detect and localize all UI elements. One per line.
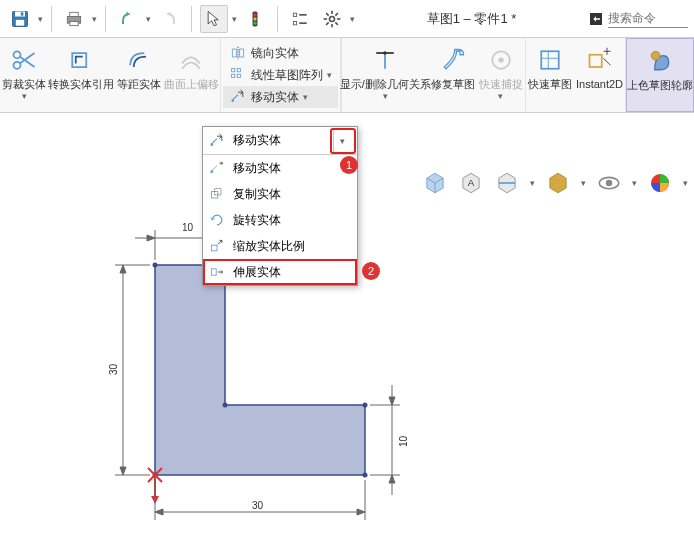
- dim-right-value[interactable]: 10: [398, 436, 409, 447]
- dropdown-item-rotate[interactable]: 旋转实体: [203, 207, 357, 233]
- svg-line-20: [326, 13, 329, 16]
- svg-point-44: [651, 51, 660, 60]
- dropdown-item-scale[interactable]: 缩放实体比例: [203, 233, 357, 259]
- callout-number-1: 1: [340, 156, 358, 174]
- svg-rect-41: [589, 55, 601, 67]
- view-display-icon[interactable]: [545, 170, 571, 196]
- snap-button: 快速捕捉▾: [477, 38, 525, 112]
- svg-rect-11: [293, 13, 296, 16]
- svg-line-23: [335, 13, 338, 16]
- repair-button[interactable]: 修复草图: [429, 38, 477, 112]
- dropdown-item-copy[interactable]: 复制实体: [203, 181, 357, 207]
- view-appearance-icon[interactable]: [647, 170, 673, 196]
- trim-button[interactable]: 剪裁实体▾: [0, 38, 48, 112]
- mirror-button[interactable]: 镜向实体: [223, 42, 338, 64]
- svg-rect-32: [231, 74, 234, 77]
- view-section-icon[interactable]: [494, 170, 520, 196]
- search-box[interactable]: [588, 9, 688, 28]
- redo-button[interactable]: [155, 5, 183, 33]
- svg-rect-33: [237, 74, 240, 77]
- svg-point-57: [223, 403, 228, 408]
- svg-rect-40: [541, 51, 559, 69]
- rapid-sketch-button[interactable]: 快速草图: [526, 38, 574, 112]
- svg-rect-2: [16, 19, 24, 25]
- svg-rect-45: [211, 143, 213, 145]
- convert-button[interactable]: 转换实体引用: [48, 38, 114, 112]
- dropdown-item-move[interactable]: 移动实体: [203, 155, 357, 181]
- svg-point-39: [498, 57, 503, 62]
- dropdown-item-stretch[interactable]: 伸展实体: [203, 259, 357, 285]
- view-cube-icon[interactable]: [422, 170, 448, 196]
- svg-line-21: [335, 22, 338, 25]
- svg-rect-3: [21, 12, 24, 15]
- pattern-button[interactable]: 线性草图阵列▾: [223, 64, 338, 86]
- dim-height[interactable]: [115, 265, 150, 475]
- svg-rect-49: [211, 245, 217, 251]
- surface-offset-button: 曲面上偏移: [163, 38, 220, 112]
- svg-rect-50: [211, 269, 216, 275]
- svg-point-9: [253, 17, 256, 20]
- move-button[interactable]: 移动实体▾: [223, 86, 338, 108]
- dim-height-value[interactable]: 30: [108, 364, 119, 375]
- list-button[interactable]: [286, 5, 314, 33]
- select-button[interactable]: [200, 5, 228, 33]
- svg-rect-5: [70, 12, 78, 16]
- dim-right[interactable]: [370, 385, 400, 495]
- quick-access-toolbar: ▾ ▾ ▾ ▾ ▾ 草图1 – 零件1 *: [0, 0, 694, 38]
- shade-contour-button[interactable]: 上色草图轮廓: [626, 38, 694, 112]
- dim-width-value[interactable]: 30: [252, 500, 263, 511]
- search-input[interactable]: [608, 9, 688, 28]
- document-title: 草图1 – 零件1 *: [427, 10, 517, 28]
- svg-rect-31: [237, 69, 240, 72]
- svg-point-59: [363, 473, 368, 478]
- svg-text:A: A: [468, 177, 475, 188]
- svg-point-15: [330, 16, 335, 21]
- save-button[interactable]: [6, 5, 34, 33]
- undo-button[interactable]: [114, 5, 142, 33]
- svg-rect-30: [231, 69, 234, 72]
- svg-point-55: [153, 263, 158, 268]
- view-toolbar: A ▾ ▾ ▾ ▾: [422, 170, 688, 196]
- svg-rect-6: [70, 21, 78, 25]
- view-text-icon[interactable]: A: [458, 170, 484, 196]
- callout-box-1: [330, 128, 356, 154]
- svg-point-58: [363, 403, 368, 408]
- l-shape[interactable]: [155, 265, 365, 475]
- settings-button[interactable]: [318, 5, 346, 33]
- traffic-light-icon[interactable]: [241, 5, 269, 33]
- callout-number-2: 2: [362, 262, 380, 280]
- ribbon-toolbar: 剪裁实体▾ 转换实体引用 等距实体 曲面上偏移 镜向实体 线性草图阵列▾ 移动实…: [0, 38, 694, 113]
- instant2d-button[interactable]: Instant2D: [574, 38, 625, 112]
- svg-point-53: [606, 180, 613, 187]
- svg-rect-1: [15, 11, 25, 16]
- view-hide-icon[interactable]: [596, 170, 622, 196]
- svg-point-10: [253, 21, 256, 24]
- dim-top-value[interactable]: 10: [182, 222, 193, 233]
- offset-button[interactable]: 等距实体: [115, 38, 163, 112]
- svg-rect-46: [211, 170, 213, 172]
- print-button[interactable]: [60, 5, 88, 33]
- svg-rect-34: [231, 99, 233, 101]
- svg-rect-12: [293, 21, 296, 24]
- svg-point-8: [253, 13, 256, 16]
- svg-point-37: [383, 51, 387, 55]
- display-relations-button[interactable]: 显示/删除几何关系▾: [342, 38, 429, 112]
- svg-line-22: [326, 22, 329, 25]
